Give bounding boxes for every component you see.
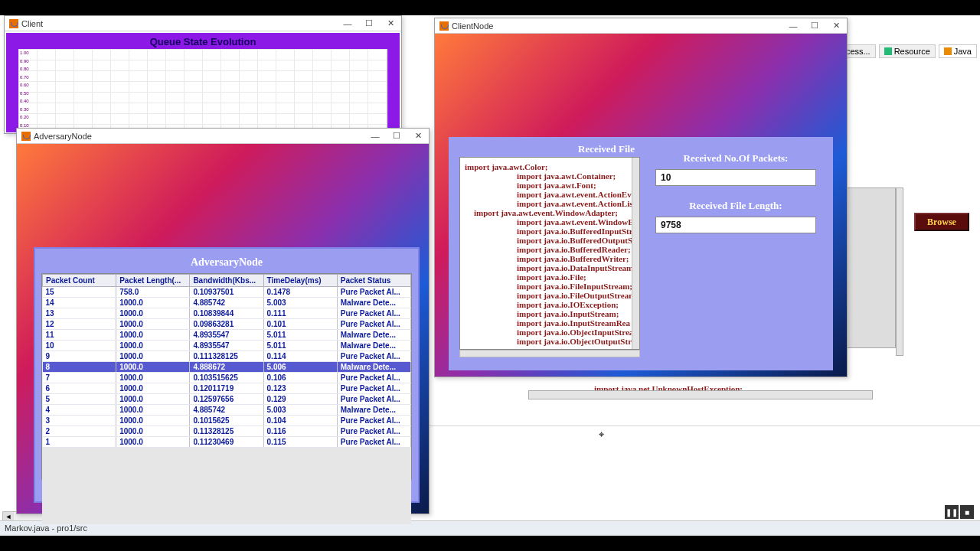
table-row[interactable]: 91000.00.1113281250.114Pure Packet Al... (43, 351, 411, 362)
table-row[interactable]: 81000.04.8886725.006Malware Dete... (43, 362, 411, 373)
code-line: import java.io.FileInputStream; (465, 282, 635, 291)
table-row[interactable]: 111000.04.89355475.011Malware Dete... (43, 330, 411, 341)
code-line: import java.io.IOException; (465, 300, 635, 309)
adversary-title: AdversaryNode (34, 132, 92, 141)
table-row[interactable]: 15758.00.109375010.1478Pure Packet Al... (43, 287, 411, 298)
browse-button[interactable]: Browse (914, 213, 969, 231)
received-length-label: Received File Length: (655, 200, 816, 212)
table-header[interactable]: Packet Length(... (116, 275, 190, 287)
java-icon (9, 19, 18, 28)
code-line: import java.io.FileOutputStream (465, 291, 635, 300)
table-header[interactable]: TimeDelay(ms) (263, 275, 337, 287)
minimize-button[interactable]: — (341, 18, 354, 29)
adversary-titlebar[interactable]: AdversaryNode — ☐ ✕ (17, 129, 429, 144)
table-row[interactable]: 41000.04.8857425.003Malware Dete... (43, 405, 411, 416)
perspective-switcher: Access... Resource Java (831, 44, 977, 58)
code-line: import java.awt.Font; (465, 181, 635, 190)
queue-chart: 1.000.900.800.700.600.500.400.300.200.10 (18, 49, 387, 129)
clientnode-window: ClientNode — ☐ ✕ Received File import ja… (434, 18, 848, 377)
table-row[interactable]: 141000.04.8857425.003Malware Dete... (43, 298, 411, 308)
perspective-java[interactable]: Java (939, 44, 977, 58)
code-line: import java.awt.Container; (465, 171, 635, 181)
pause-button[interactable]: ❚❚ (945, 505, 959, 519)
java-icon (439, 21, 449, 31)
code-line: import java.io.InputStreamRea (465, 318, 635, 328)
maximize-button[interactable]: ☐ (390, 131, 403, 142)
table-row[interactable]: 101000.04.89355475.011Malware Dete... (43, 341, 411, 351)
table-row[interactable]: 61000.00.120117190.123Pure Packet Al... (43, 383, 411, 394)
minimize-button[interactable]: — (369, 131, 381, 142)
code-line: import java.io.BufferedWriter; (465, 254, 635, 263)
background-hscroll[interactable] (528, 390, 873, 399)
code-line: import java.awt.event.ActionEv (465, 190, 635, 199)
file-hscroll[interactable] (459, 350, 640, 357)
clientnode-titlebar[interactable]: ClientNode — ☐ ✕ (435, 18, 847, 34)
code-line: import java.io.BufferedInputStr (465, 227, 635, 236)
table-row[interactable]: 31000.00.10156250.104Pure Packet Al... (43, 416, 411, 426)
adversary-table[interactable]: Packet CountPacket Length(...Bandwidth(K… (42, 274, 411, 448)
code-line: import java.io.File; (465, 272, 635, 282)
queue-title: Queue State Evolution (9, 36, 397, 47)
java-icon (21, 132, 31, 141)
received-packets-field[interactable]: 10 (655, 169, 816, 186)
close-button[interactable]: ✕ (384, 18, 397, 29)
adversary-panel: AdversaryNode Packet CountPacket Length(… (34, 247, 420, 503)
minimize-button[interactable]: — (787, 21, 799, 31)
code-line: import java.awt.Color; (465, 162, 635, 171)
adversary-panel-title: AdversaryNode (41, 256, 412, 269)
received-length-field[interactable]: 9758 (655, 217, 816, 233)
background-scrollbar[interactable] (896, 187, 903, 356)
table-row[interactable]: 51000.00.125976560.129Pure Packet Al... (43, 394, 411, 405)
client-titlebar[interactable]: Client — ☐ ✕ (5, 16, 401, 31)
table-header[interactable]: Packet Status (337, 275, 410, 287)
table-row[interactable]: 11000.00.112304690.115Pure Packet Al... (43, 437, 411, 448)
table-header[interactable]: Bandwidth(Kbs... (190, 275, 263, 287)
received-packets-label: Received No.Of Packets: (655, 152, 816, 165)
table-row[interactable]: 21000.00.113281250.116Pure Packet Al... (43, 426, 411, 437)
close-button[interactable]: ✕ (830, 21, 842, 31)
file-vscroll[interactable] (632, 158, 639, 349)
table-row[interactable]: 121000.00.098632810.101Pure Packet Al... (43, 319, 411, 330)
client-title: Client (21, 19, 43, 28)
table-row[interactable]: 71000.00.1035156250.106Pure Packet Al... (43, 373, 411, 383)
status-text: Markov.java - pro1/src (5, 523, 87, 533)
clientnode-title: ClientNode (452, 21, 493, 31)
mouse-cursor-icon: ⌖ (599, 429, 604, 441)
maximize-button[interactable]: ☐ (808, 21, 821, 31)
maximize-button[interactable]: ☐ (363, 18, 375, 29)
code-line: import java.io.BufferedReader; (465, 245, 635, 254)
code-line: import java.io.ObjectOutputStr (465, 337, 635, 346)
client-window: Client — ☐ ✕ Queue State Evolution 1.000… (4, 15, 402, 134)
code-line: import java.awt.event.ActionLis (465, 199, 635, 208)
queue-panel: Queue State Evolution 1.000.900.800.700.… (6, 33, 400, 132)
adversary-window: AdversaryNode — ☐ ✕ AdversaryNode Packet… (16, 128, 430, 514)
close-button[interactable]: ✕ (412, 131, 424, 142)
code-line: import java.io.DataInputStream (465, 263, 635, 272)
code-line: import java.io.BufferedOutputS (465, 236, 635, 245)
code-line: import java.awt.event.WindowAdapter; (465, 208, 635, 217)
clientnode-panel: Received File import java.awt.Color;impo… (449, 137, 833, 370)
code-line: import java.io.ObjectInputStrea (465, 328, 635, 337)
adversary-table-wrap: Packet CountPacket Length(...Bandwidth(K… (41, 273, 412, 480)
table-row[interactable]: 131000.00.108398440.111Pure Packet Al... (43, 308, 411, 319)
received-file-label: Received File (545, 143, 668, 155)
table-header[interactable]: Packet Count (43, 275, 116, 287)
received-file-textarea[interactable]: import java.awt.Color;import java.awt.Co… (459, 157, 640, 350)
stop-button[interactable]: ■ (960, 505, 974, 519)
code-line: import java.awt.event.WindowE (465, 217, 635, 227)
code-line: import java.io.InputStream; (465, 309, 635, 318)
recording-controls: ❚❚ ■ (945, 505, 974, 519)
background-list-panel (842, 187, 896, 348)
perspective-resource[interactable]: Resource (879, 44, 936, 58)
